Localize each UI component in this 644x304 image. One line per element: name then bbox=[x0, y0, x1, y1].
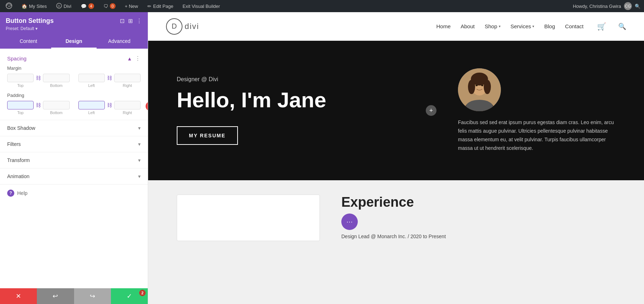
avatar-svg bbox=[458, 68, 501, 111]
transform-chevron[interactable]: ▾ bbox=[138, 157, 141, 163]
hero-left: Designer @ Divi Hello, I'm Jane MY RESUM… bbox=[177, 76, 458, 145]
divi-button[interactable]: D Divi bbox=[54, 2, 74, 10]
hero-title: Hello, I'm Jane bbox=[177, 88, 458, 112]
padding-link-icon-2[interactable]: ⛓ bbox=[106, 102, 113, 108]
spacing-section-header[interactable]: Spacing ▲ ⋮ bbox=[0, 49, 148, 65]
cancel-button[interactable]: ✕ bbox=[0, 288, 37, 304]
help-button[interactable]: ? Help bbox=[0, 184, 148, 202]
padding-left-label: Left bbox=[88, 111, 94, 115]
svg-text:D: D bbox=[58, 4, 60, 8]
undo-button[interactable]: ↩ bbox=[37, 288, 74, 304]
new-button[interactable]: + New bbox=[123, 3, 140, 10]
my-sites-button[interactable]: 🏠 My Sites bbox=[19, 3, 49, 10]
spacing-collapse-icon[interactable]: ▲ bbox=[127, 56, 132, 62]
main-layout: Button Settings ⊡ ⊞ ⋮ Preset: Default ▾ … bbox=[0, 12, 644, 304]
margin-bottom-pair: Bottom bbox=[43, 74, 69, 88]
services-dropdown-icon: ▾ bbox=[532, 24, 534, 28]
sidebar-panel: Button Settings ⊡ ⊞ ⋮ Preset: Default ▾ … bbox=[0, 12, 148, 304]
filters-chevron[interactable]: ▾ bbox=[138, 141, 141, 147]
margin-bottom-input[interactable] bbox=[45, 75, 67, 80]
margin-bottom-input-wrap bbox=[43, 74, 69, 82]
margin-bottom-label: Bottom bbox=[50, 83, 63, 88]
comments-count-badge: 4 bbox=[88, 3, 94, 9]
experience-more-button[interactable]: ⋯ bbox=[341, 214, 358, 230]
cart-icon[interactable]: 🛒 bbox=[597, 22, 606, 31]
sidebar-header: Button Settings ⊡ ⊞ ⋮ Preset: Default ▾ bbox=[0, 12, 148, 35]
site-menu: Home About Shop ▾ Services ▾ Blog Contac bbox=[436, 22, 626, 31]
save-button[interactable]: ✓ 2 bbox=[111, 288, 148, 304]
nav-home[interactable]: Home bbox=[436, 23, 450, 29]
tab-advanced[interactable]: Advanced bbox=[97, 35, 142, 49]
search-icon[interactable]: 🔍 bbox=[618, 23, 626, 30]
transform-title: Transform bbox=[7, 157, 30, 163]
sidebar-header-top: Button Settings ⊡ ⊞ ⋮ bbox=[6, 17, 142, 25]
exit-visual-builder-button[interactable]: Exit Visual Builder bbox=[180, 3, 222, 10]
resize-icon[interactable]: ⊡ bbox=[120, 18, 125, 24]
transform-header[interactable]: Transform ▾ bbox=[0, 152, 148, 168]
padding-label: Padding bbox=[7, 93, 141, 98]
preset-label[interactable]: Preset: Default ▾ bbox=[6, 26, 142, 31]
speech-bubble-icon: 🗨 bbox=[103, 4, 108, 9]
animation-title: Animation bbox=[7, 173, 29, 179]
hero-right: Faucibus sed sed erat ipsum purus egesta… bbox=[458, 68, 615, 152]
redo-button[interactable]: ↪ bbox=[74, 288, 111, 304]
edit-page-button[interactable]: ✏ Edit Page bbox=[145, 3, 175, 10]
exp-image-box bbox=[177, 195, 320, 241]
box-shadow-chevron[interactable]: ▾ bbox=[138, 125, 141, 131]
padding-link-icon[interactable]: ⛓ bbox=[35, 102, 42, 108]
sidebar-title: Button Settings bbox=[6, 17, 54, 25]
comments-button[interactable]: 💬 4 bbox=[79, 3, 96, 10]
admin-search-icon[interactable]: 🔍 bbox=[635, 4, 640, 9]
margin-link-icon-2[interactable]: ⛓ bbox=[106, 75, 113, 81]
padding-bottom-input[interactable]: 16px bbox=[45, 103, 67, 108]
resume-button[interactable]: MY RESUME bbox=[177, 126, 238, 145]
help-icon: ? bbox=[7, 190, 14, 197]
wp-logo-button[interactable]: W bbox=[4, 2, 14, 11]
padding-link-icon-center: ⛓ bbox=[35, 101, 42, 108]
expand-icon[interactable]: ⊞ bbox=[128, 18, 133, 24]
margin-top-input[interactable] bbox=[10, 75, 31, 80]
animation-chevron[interactable]: ▾ bbox=[138, 173, 141, 179]
hero-subtitle: Designer @ Divi bbox=[177, 76, 458, 83]
svg-point-9 bbox=[468, 80, 475, 94]
speech-bubble-button[interactable]: 🗨 0 bbox=[101, 3, 118, 10]
logo-circle: D bbox=[166, 18, 182, 35]
svg-point-10 bbox=[484, 80, 491, 94]
padding-top-input[interactable]: 16px bbox=[10, 103, 31, 108]
padding-right-input[interactable]: 24px bbox=[117, 103, 138, 108]
tab-design[interactable]: Design bbox=[51, 35, 97, 49]
padding-row: 16px Top ⛓ 16px Bottom bbox=[7, 101, 141, 115]
margin-link-icon[interactable]: ⛓ bbox=[35, 75, 42, 81]
exp-right-content: Experience ⋯ Design Lead @ Monarch Inc. … bbox=[341, 195, 615, 290]
margin-left-input[interactable] bbox=[81, 75, 102, 80]
nav-contact[interactable]: Contact bbox=[565, 23, 584, 29]
nav-services[interactable]: Services ▾ bbox=[511, 23, 535, 29]
spacing-more-icon[interactable]: ⋮ bbox=[135, 55, 141, 62]
hero-description: Faucibus sed sed erat ipsum purus egesta… bbox=[458, 118, 615, 152]
padding-left-input[interactable]: 24px bbox=[81, 103, 102, 108]
avatar-image bbox=[458, 68, 501, 111]
margin-left-pair: Left bbox=[78, 74, 105, 88]
exp-left-content bbox=[177, 195, 320, 290]
margin-right-label: Right bbox=[123, 83, 132, 88]
nav-about[interactable]: About bbox=[460, 23, 474, 29]
tab-content[interactable]: Content bbox=[6, 35, 51, 49]
margin-row: Top ⛓ Bottom bbox=[7, 74, 141, 88]
more-icon[interactable]: ⋮ bbox=[136, 18, 142, 24]
padding-link-icon-center-2: ⛓ bbox=[106, 101, 113, 108]
box-shadow-header[interactable]: Box Shadow ▾ bbox=[0, 120, 148, 136]
nav-blog[interactable]: Blog bbox=[544, 23, 555, 29]
filters-header[interactable]: Filters ▾ bbox=[0, 136, 148, 152]
transform-section: Transform ▾ bbox=[0, 152, 148, 168]
margin-left-input-wrap bbox=[78, 74, 105, 82]
animation-header[interactable]: Animation ▾ bbox=[0, 168, 148, 184]
add-column-button[interactable]: + bbox=[426, 105, 436, 116]
box-shadow-title: Box Shadow bbox=[7, 125, 35, 131]
speech-count-badge: 0 bbox=[110, 3, 116, 9]
padding-group: Padding 16px Top ⛓ 16px bbox=[0, 93, 148, 120]
hero-section: Designer @ Divi Hello, I'm Jane MY RESUM… bbox=[148, 41, 644, 180]
experience-section: Experience ⋯ Design Lead @ Monarch Inc. … bbox=[148, 180, 644, 304]
avatar[interactable]: CG bbox=[624, 2, 632, 10]
nav-shop[interactable]: Shop ▾ bbox=[485, 23, 501, 29]
margin-right-input[interactable] bbox=[117, 75, 138, 80]
